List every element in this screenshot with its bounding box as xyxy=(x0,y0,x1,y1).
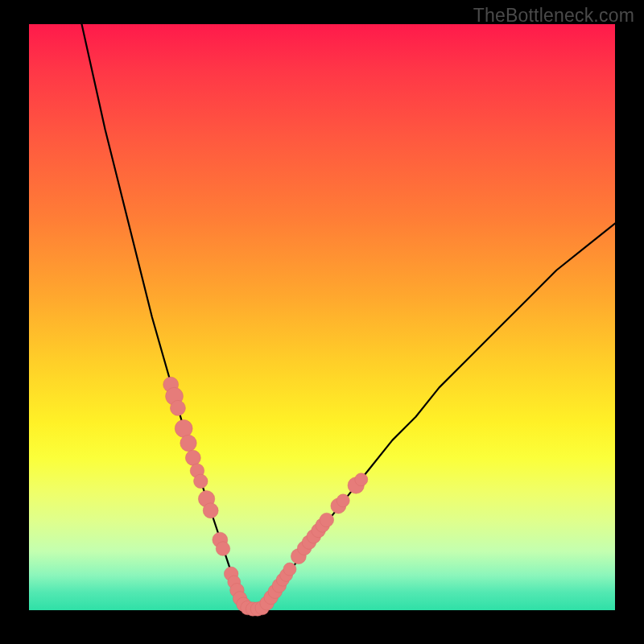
data-marker xyxy=(203,503,218,518)
watermark-text: TheBottleneck.com xyxy=(473,5,634,27)
curve-svg xyxy=(29,24,615,610)
data-marker xyxy=(336,494,349,507)
data-marker xyxy=(175,419,192,437)
plot-area xyxy=(29,24,615,610)
marker-layer xyxy=(163,377,368,616)
data-marker xyxy=(320,513,333,526)
chart-frame: TheBottleneck.com xyxy=(0,0,644,644)
data-marker xyxy=(355,473,368,486)
data-marker xyxy=(283,563,296,576)
data-marker xyxy=(185,450,200,465)
data-marker xyxy=(170,400,185,415)
data-marker xyxy=(216,542,229,555)
bottleneck-curve xyxy=(82,24,615,610)
data-marker xyxy=(194,474,208,488)
data-marker xyxy=(180,435,196,451)
